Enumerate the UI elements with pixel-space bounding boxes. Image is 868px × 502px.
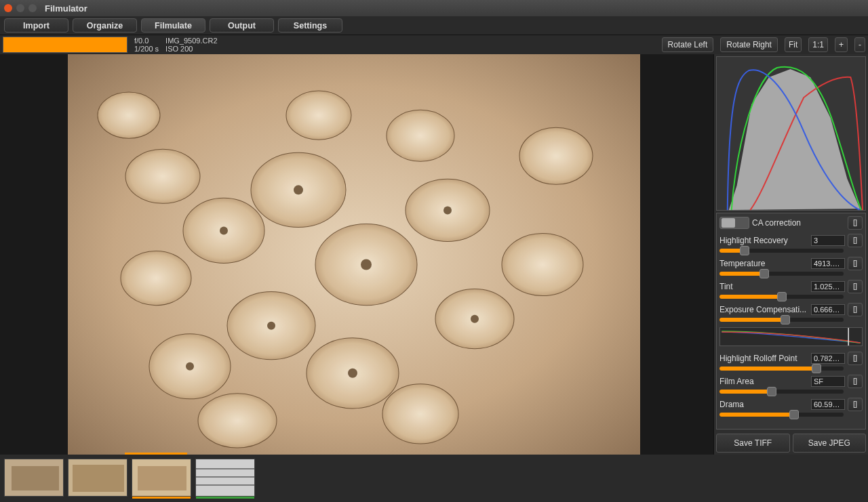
- save-tiff-button[interactable]: Save TIFF: [716, 434, 790, 453]
- preview-image: [68, 54, 640, 455]
- filename: IMG_9509.CR2: [165, 37, 217, 45]
- close-icon[interactable]: [4, 4, 12, 12]
- shutter-value: 1/200 s: [134, 45, 159, 53]
- svg-point-17: [198, 394, 277, 448]
- one-to-one-button[interactable]: 1:1: [808, 37, 828, 52]
- param-label: Film Area: [719, 377, 808, 386]
- slider[interactable]: [719, 295, 844, 299]
- rotate-left-button[interactable]: Rotate Left: [662, 37, 714, 52]
- svg-point-25: [471, 315, 479, 323]
- param-temperature: Temperature 4913.4... []: [719, 257, 863, 276]
- tab-output[interactable]: Output: [210, 18, 274, 33]
- svg-point-10: [387, 110, 454, 161]
- param-label: CA correction: [752, 218, 845, 228]
- ca-correction-toggle[interactable]: [719, 217, 749, 229]
- save-jpeg-button[interactable]: Save JPEG: [793, 434, 867, 453]
- svg-point-13: [519, 127, 593, 184]
- param-label: Tint: [719, 282, 808, 291]
- fit-button[interactable]: Fit: [785, 37, 802, 52]
- param-label: Exposure Compensati...: [719, 305, 808, 314]
- param-label: Temperature: [719, 259, 808, 268]
- tab-organize[interactable]: Organize: [73, 18, 137, 33]
- thumbnail[interactable]: [4, 459, 64, 497]
- tab-filmulate[interactable]: Filmulate: [141, 18, 205, 33]
- svg-point-15: [286, 91, 351, 140]
- slider[interactable]: [719, 390, 844, 394]
- svg-point-23: [348, 369, 357, 378]
- reset-button[interactable]: []: [848, 375, 863, 388]
- meta-exposure: f/0.0 1/200 s: [134, 37, 159, 53]
- param-value[interactable]: 0.6666...: [811, 304, 845, 315]
- param-highlight-rolloff: Highlight Rolloff Point 0.7824... []: [719, 352, 863, 371]
- svg-point-11: [121, 251, 191, 305]
- param-drama: Drama 60.597... []: [719, 398, 863, 417]
- param-value[interactable]: 3: [811, 235, 845, 246]
- param-value[interactable]: 1.0251...: [811, 281, 845, 292]
- histogram: [716, 56, 866, 211]
- svg-point-14: [98, 92, 160, 138]
- reset-button[interactable]: []: [848, 234, 863, 247]
- thumbnail[interactable]: [195, 459, 255, 497]
- thumbnail-selected[interactable]: [132, 459, 191, 497]
- slider[interactable]: [719, 249, 844, 253]
- svg-rect-28: [12, 466, 59, 490]
- reset-button[interactable]: []: [848, 398, 863, 411]
- save-buttons: Save TIFF Save JPEG: [716, 434, 866, 453]
- param-value[interactable]: 4913.4...: [811, 258, 845, 269]
- slider[interactable]: [719, 413, 844, 417]
- param-label: Highlight Rolloff Point: [719, 354, 808, 363]
- reset-button[interactable]: []: [848, 303, 863, 316]
- slider[interactable]: [719, 272, 844, 276]
- cache-indicator: [125, 453, 187, 455]
- param-tint: Tint 1.0251... []: [719, 280, 863, 299]
- svg-point-20: [361, 259, 372, 270]
- filmstrip[interactable]: [0, 455, 868, 502]
- reset-button[interactable]: []: [848, 216, 863, 230]
- param-highlight-recovery: Highlight Recovery 3 []: [719, 234, 863, 253]
- tab-import[interactable]: Import: [4, 18, 68, 33]
- svg-point-19: [294, 185, 303, 194]
- iso-value: ISO 200: [165, 45, 217, 53]
- svg-rect-30: [73, 465, 124, 492]
- param-value[interactable]: SF: [811, 376, 845, 387]
- main-tabs: Import Organize Filmulate Output Setting…: [0, 16, 868, 35]
- progress-bar: [3, 37, 127, 53]
- zoom-out-button[interactable]: -: [854, 37, 865, 52]
- reset-button[interactable]: []: [848, 280, 863, 293]
- minimize-icon[interactable]: [16, 4, 24, 12]
- svg-point-12: [502, 233, 583, 295]
- reset-button[interactable]: []: [848, 257, 863, 270]
- slider[interactable]: [719, 367, 844, 371]
- svg-point-22: [186, 362, 194, 371]
- svg-point-1: [125, 149, 200, 203]
- svg-point-24: [443, 206, 452, 214]
- param-list: CA correction [] Highlight Recovery 3 []…: [716, 213, 866, 430]
- main-area: CA correction [] Highlight Recovery 3 []…: [0, 54, 868, 455]
- param-label: Highlight Recovery: [719, 236, 808, 245]
- zoom-in-button[interactable]: +: [835, 37, 848, 52]
- param-ca-correction: CA correction []: [719, 216, 863, 230]
- rotate-right-button[interactable]: Rotate Right: [720, 37, 778, 52]
- titlebar: Filmulator: [0, 0, 868, 16]
- svg-rect-32: [138, 466, 186, 490]
- thumbnail[interactable]: [68, 459, 127, 497]
- maximize-icon[interactable]: [28, 4, 37, 12]
- mini-curves: [719, 327, 863, 346]
- slider[interactable]: [719, 318, 844, 322]
- aperture-value: f/0.0: [134, 37, 159, 45]
- param-film-area: Film Area SF []: [719, 375, 863, 394]
- svg-point-16: [382, 384, 458, 444]
- param-value[interactable]: 0.7824...: [811, 353, 845, 364]
- window-title: Filmulator: [45, 3, 87, 14]
- reset-button[interactable]: []: [848, 352, 863, 365]
- param-label: Drama: [719, 400, 808, 409]
- svg-point-21: [267, 322, 275, 330]
- tab-settings[interactable]: Settings: [278, 18, 342, 33]
- side-panel: CA correction [] Highlight Recovery 3 []…: [713, 54, 868, 455]
- image-canvas[interactable]: [0, 54, 713, 455]
- svg-point-18: [220, 226, 228, 234]
- info-strip: f/0.0 1/200 s IMG_9509.CR2 ISO 200 Rotat…: [0, 35, 868, 54]
- meta-file: IMG_9509.CR2 ISO 200: [165, 37, 217, 53]
- param-exposure-compensation: Exposure Compensati... 0.6666... []: [719, 303, 863, 322]
- param-value[interactable]: 60.597...: [811, 399, 845, 410]
